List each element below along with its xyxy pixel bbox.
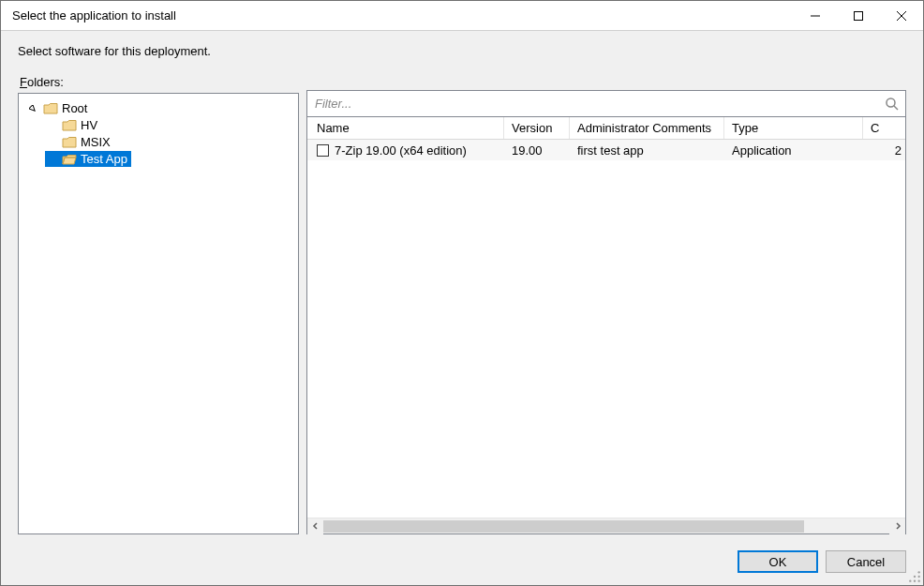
filter-box bbox=[306, 90, 906, 116]
scroll-left-button[interactable] bbox=[307, 518, 323, 534]
ok-button[interactable]: OK bbox=[738, 550, 818, 573]
scroll-track[interactable] bbox=[323, 518, 889, 533]
folder-icon bbox=[43, 102, 58, 115]
list-column: Name Version Administrator Comments Type… bbox=[306, 66, 906, 534]
close-button[interactable] bbox=[880, 1, 923, 31]
folder-icon bbox=[62, 119, 77, 132]
search-icon[interactable] bbox=[885, 97, 900, 112]
tree-label: HV bbox=[81, 118, 97, 132]
horizontal-scrollbar[interactable] bbox=[307, 518, 905, 533]
minimize-button[interactable] bbox=[794, 1, 837, 31]
svg-point-11 bbox=[909, 580, 911, 582]
titlebar-buttons bbox=[794, 1, 923, 30]
table-body: 7-Zip 19.00 (x64 edition) 19.00 first te… bbox=[307, 140, 905, 160]
tree-label: MSIX bbox=[81, 135, 111, 149]
folder-open-icon bbox=[62, 153, 77, 166]
svg-point-4 bbox=[887, 98, 895, 107]
dialog-window: Select the application to install Select… bbox=[0, 0, 924, 586]
cell-version: 19.00 bbox=[504, 142, 570, 159]
row-checkbox[interactable] bbox=[317, 144, 329, 157]
applications-table: Name Version Administrator Comments Type… bbox=[307, 117, 905, 518]
applications-table-panel: Name Version Administrator Comments Type… bbox=[306, 116, 906, 534]
table-row[interactable]: 7-Zip 19.00 (x64 edition) 19.00 first te… bbox=[307, 140, 905, 160]
table-header: Name Version Administrator Comments Type… bbox=[307, 117, 905, 140]
column-header-admin[interactable]: Administrator Comments bbox=[570, 117, 724, 139]
folders-tree[interactable]: Root HV bbox=[19, 94, 298, 173]
svg-point-8 bbox=[914, 576, 916, 578]
tree-node-test-app[interactable]: Test App bbox=[45, 151, 131, 167]
titlebar-title: Select the application to install bbox=[12, 8, 794, 23]
scroll-right-button[interactable] bbox=[889, 518, 905, 534]
folders-tree-panel: Root HV bbox=[18, 93, 299, 534]
dialog-body: Select software for this deployment. Fol… bbox=[1, 31, 923, 585]
cell-type: Application bbox=[724, 142, 863, 159]
resize-grip-icon[interactable] bbox=[908, 570, 921, 583]
column-header-last[interactable]: C bbox=[863, 117, 905, 139]
svg-point-7 bbox=[918, 576, 920, 578]
titlebar: Select the application to install bbox=[1, 1, 923, 31]
tree-node-hv[interactable]: HV bbox=[45, 117, 101, 133]
cell-admin: first test app bbox=[570, 142, 724, 159]
svg-line-5 bbox=[894, 106, 898, 110]
folders-column: Folders: Root bbox=[18, 66, 299, 534]
tree-node-msix[interactable]: MSIX bbox=[45, 134, 114, 150]
dialog-footer: OK Cancel bbox=[1, 538, 923, 585]
instruction-text: Select software for this deployment. bbox=[1, 31, 923, 66]
filter-input[interactable] bbox=[307, 91, 905, 116]
svg-rect-1 bbox=[855, 12, 863, 21]
column-header-version[interactable]: Version bbox=[504, 117, 570, 139]
svg-point-9 bbox=[918, 580, 920, 582]
maximize-button[interactable] bbox=[837, 1, 880, 31]
expand-collapse-icon[interactable] bbox=[28, 104, 37, 113]
folders-label: Folders: bbox=[20, 75, 299, 89]
cell-last: 2 bbox=[863, 142, 905, 159]
column-header-name[interactable]: Name bbox=[307, 117, 504, 139]
tree-node-root[interactable]: Root bbox=[26, 100, 91, 116]
folder-icon bbox=[62, 136, 77, 149]
tree-label: Root bbox=[62, 101, 87, 115]
svg-point-10 bbox=[914, 580, 916, 582]
column-header-type[interactable]: Type bbox=[724, 117, 863, 139]
content-area: Folders: Root bbox=[1, 66, 923, 538]
tree-label: Test App bbox=[81, 152, 127, 166]
svg-point-6 bbox=[918, 571, 920, 573]
scroll-thumb[interactable] bbox=[323, 520, 804, 533]
cell-name: 7-Zip 19.00 (x64 edition) bbox=[335, 143, 467, 158]
cancel-button[interactable]: Cancel bbox=[826, 550, 906, 573]
